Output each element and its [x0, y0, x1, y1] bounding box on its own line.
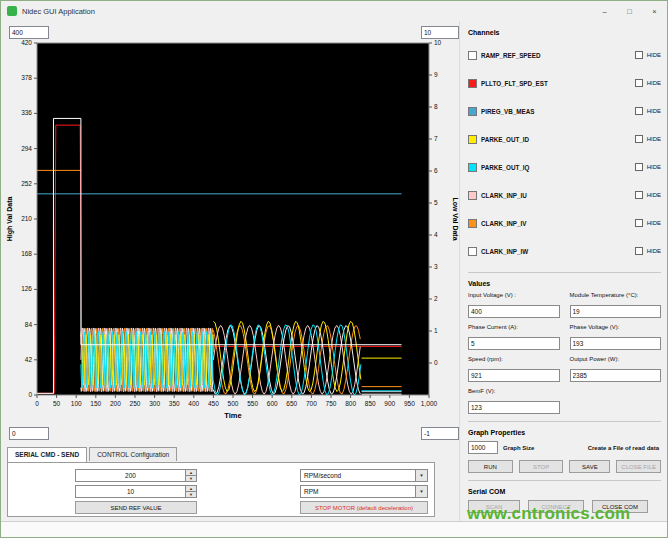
- series-CLARK_INP_IU: [81, 328, 213, 392]
- channel-hide-checkbox[interactable]: [635, 79, 643, 87]
- channel-row: CLARK_INP_IWHIDE: [468, 237, 661, 265]
- channel-hide-checkbox[interactable]: [635, 135, 643, 143]
- close-icon[interactable]: ×: [642, 1, 667, 21]
- channel-color-swatch: [468, 51, 477, 60]
- values-header: Values: [468, 280, 661, 288]
- ref-step-spinner: ▲ ▼: [75, 485, 197, 498]
- value-field-input[interactable]: [570, 305, 662, 318]
- channel-row: PARKE_OUT_IQHIDE: [468, 153, 661, 181]
- y-right-max-input[interactable]: [421, 26, 459, 39]
- value-field-input[interactable]: [468, 401, 560, 414]
- channel-hide-checkbox[interactable]: [635, 107, 643, 115]
- channel-hide-checkbox[interactable]: [635, 219, 643, 227]
- window-title: Nidec GUI Application: [22, 7, 95, 16]
- y-left-axis-title: High Val Data: [6, 197, 14, 242]
- x-tick-label: 300: [149, 400, 160, 407]
- y-left-min-input[interactable]: [9, 427, 49, 440]
- serial-cmd-panel: ▲ ▼ ▲ ▼ SEND REF VALUE RPM/second ▼ RPM …: [7, 462, 435, 517]
- stop-button[interactable]: STOP: [519, 460, 564, 473]
- right-panel: Channels RAMP_REF_SPEEDHIDEPLLTO_FLT_SPD…: [459, 21, 668, 538]
- graph-size-input[interactable]: [468, 441, 498, 454]
- value-field-input[interactable]: [570, 337, 662, 350]
- x-tick-label: 750: [326, 400, 337, 407]
- ref-step-input[interactable]: [76, 486, 185, 497]
- series-CLARK_INP_IV: [213, 326, 360, 394]
- window-controls: – □ ×: [592, 1, 667, 21]
- channel-hide-label: HIDE: [647, 52, 661, 58]
- watermark: www.cntronics.com: [467, 504, 630, 524]
- y-right-tick-label: 10: [434, 39, 442, 46]
- save-button[interactable]: SAVE: [569, 460, 610, 473]
- graph-size-row: Graph Size Create a File of read data: [468, 441, 661, 454]
- channel-hide-checkbox[interactable]: [635, 191, 643, 199]
- chevron-down-icon: ▼: [415, 470, 427, 481]
- y-left-tick-label: 0: [28, 391, 32, 398]
- channel-row: CLARK_INP_IUHIDE: [468, 181, 661, 209]
- channel-label: PIREG_VB_MEAS: [481, 108, 535, 115]
- value-field: Output Power (W):: [570, 356, 662, 382]
- spin-down-icon[interactable]: ▼: [186, 491, 196, 497]
- x-tick-label: 650: [286, 400, 297, 407]
- close-file-button[interactable]: CLOSE FILE: [616, 460, 661, 473]
- value-field-input[interactable]: [570, 369, 662, 382]
- ref-value-spin-buttons: ▲ ▼: [185, 470, 196, 481]
- y-right-min-input[interactable]: [421, 427, 459, 440]
- channel-hide-label: HIDE: [647, 164, 661, 170]
- value-field-input[interactable]: [468, 369, 560, 382]
- value-field-label: Phase Current (A):: [468, 324, 560, 331]
- x-tick-label: 600: [267, 400, 278, 407]
- channel-row: PLLTO_FLT_SPD_ESTHIDE: [468, 69, 661, 97]
- channel-hide-checkbox[interactable]: [635, 51, 643, 59]
- channel-hide-label: HIDE: [647, 192, 661, 198]
- value-field: Speed (rpm):: [468, 356, 560, 382]
- series-PARKE_OUT_IQ: [213, 325, 360, 395]
- speed-unit-dropdown[interactable]: RPM ▼: [300, 485, 428, 498]
- channel-color-swatch: [468, 247, 477, 256]
- tab-serial-cmd-send[interactable]: SERIAL CMD - SEND: [7, 447, 87, 462]
- spin-down-icon[interactable]: ▼: [186, 475, 196, 481]
- channel-label: PLLTO_FLT_SPD_EST: [481, 80, 548, 87]
- channel-label: PARKE_OUT_ID: [481, 136, 529, 143]
- value-field-input[interactable]: [468, 305, 560, 318]
- run-button[interactable]: RUN: [468, 460, 513, 473]
- y-left-tick-label: 378: [21, 74, 32, 81]
- y-right-tick-label: 5: [434, 199, 438, 206]
- divider: [468, 421, 661, 422]
- x-tick-label: 0: [35, 400, 39, 407]
- app-logo-icon: [7, 6, 17, 16]
- channel-hide-checkbox[interactable]: [635, 247, 643, 255]
- y-left-tick-label: 420: [21, 39, 32, 46]
- value-field-label: Output Power (W):: [570, 356, 662, 363]
- y-left-tick-label: 294: [21, 145, 32, 152]
- channel-color-swatch: [468, 135, 477, 144]
- channel-hide-checkbox[interactable]: [635, 163, 643, 171]
- channel-label: CLARK_INP_IV: [481, 220, 527, 227]
- x-tick-label: 1,000: [421, 400, 438, 407]
- y-left-max-input[interactable]: [9, 26, 49, 39]
- y-right-axis-title: Low Val Data: [452, 197, 459, 240]
- serial-com-header: Serial COM: [468, 488, 661, 496]
- y-left-tick-label: 168: [21, 250, 32, 257]
- x-tick-label: 50: [53, 400, 61, 407]
- maximize-icon[interactable]: □: [617, 1, 642, 21]
- x-tick-label: 150: [90, 400, 101, 407]
- value-field-input[interactable]: [468, 337, 560, 350]
- y-right-tick-label: 2: [434, 295, 438, 302]
- minimize-icon[interactable]: –: [592, 1, 617, 21]
- y-right-tick-label: 4: [434, 231, 438, 238]
- x-tick-label: 450: [208, 400, 219, 407]
- values-grid: Input Voltage (V) :Module Temperature (°…: [468, 292, 661, 414]
- value-field: Input Voltage (V) :: [468, 292, 560, 318]
- x-axis-title: Time: [224, 411, 241, 420]
- channel-label: RAMP_REF_SPEED: [481, 52, 541, 59]
- value-field: BemF (V):: [468, 388, 560, 414]
- send-ref-value-button[interactable]: SEND REF VALUE: [75, 501, 197, 514]
- accel-unit-dropdown[interactable]: RPM/second ▼: [300, 469, 428, 482]
- file-create-label: Create a File of read data: [588, 445, 661, 451]
- channel-hide-label: HIDE: [647, 136, 661, 142]
- x-tick-label: 400: [188, 400, 199, 407]
- stop-motor-button[interactable]: STOP MOTOR (default deceleration): [300, 501, 428, 514]
- tab-control-configuration[interactable]: CONTROL Configuration: [89, 447, 177, 461]
- y-right-tick-label: 6: [434, 167, 438, 174]
- ref-value-input[interactable]: [76, 470, 185, 481]
